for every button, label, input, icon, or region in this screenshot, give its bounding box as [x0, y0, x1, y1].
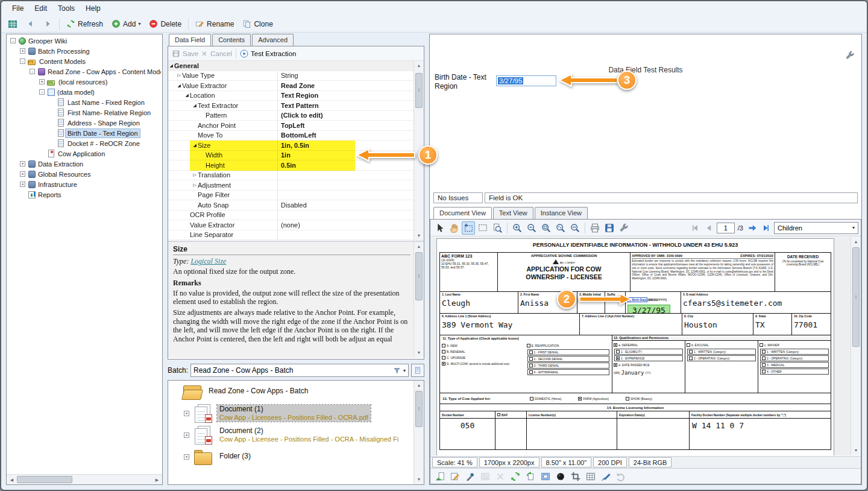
property-value[interactable]: Text Region [277, 91, 414, 101]
property-row-general[interactable]: ◢ General [168, 61, 414, 71]
property-value[interactable]: Read Zone [277, 81, 414, 90]
tree-expander[interactable]: - [39, 89, 45, 95]
property-row-auto-snap[interactable]: Auto Snap Disabled [168, 200, 414, 211]
export-image-icon[interactable] [603, 221, 616, 235]
property-value[interactable]: TopLeft [277, 121, 414, 130]
marquee-zoom-icon[interactable] [476, 221, 489, 235]
property-value[interactable]: (Click to edit) [277, 111, 414, 121]
next-page-button[interactable] [746, 222, 758, 234]
children-dropdown[interactable]: Children ▾ [774, 222, 858, 234]
tree-expander[interactable]: - [10, 38, 16, 43]
eyedropper-icon[interactable] [464, 470, 477, 483]
rotate-page-icon[interactable] [524, 470, 537, 483]
undo-icon[interactable] [614, 470, 627, 483]
node-view-icon[interactable] [5, 18, 20, 30]
property-value[interactable]: (none) [277, 220, 414, 230]
image-preview-icon[interactable] [479, 470, 492, 483]
batch-document-2[interactable]: + Document (2) Cow App - Licensee - Posi… [168, 424, 424, 446]
previous-page-button[interactable] [703, 222, 715, 234]
scroll-up-icon[interactable]: ▲ [414, 381, 424, 390]
tab-instance-view[interactable]: Instance View [535, 207, 588, 219]
viewer-tool[interactable] [507, 223, 508, 233]
scrollbar-thumb[interactable] [415, 391, 423, 427]
vertical-scrollbar[interactable]: ▲ ▼ [851, 237, 861, 455]
property-row-text-extractor[interactable]: ◢ Text Extractor Text Pattern [168, 101, 414, 111]
zoom-width-icon[interactable] [568, 221, 582, 235]
zone-select-tool-icon[interactable] [462, 221, 475, 235]
reprocess-image-icon[interactable] [509, 470, 522, 483]
property-value[interactable]: Text Pattern [277, 101, 414, 110]
scroll-down-icon[interactable]: ▼ [414, 231, 424, 241]
batch-selector[interactable]: Read Zone - Cow Apps - Batch ▾ [190, 364, 409, 377]
select-tool-icon[interactable] [433, 221, 446, 235]
back-button[interactable] [23, 18, 38, 30]
forward-button[interactable] [40, 18, 55, 30]
refresh-button[interactable]: Refresh [63, 18, 106, 30]
tree-item-docket[interactable]: Docket # - ReOCR Zone [8, 138, 161, 148]
tree-item-reports[interactable]: Reports [8, 189, 161, 200]
tab-data-field[interactable]: Data Field [169, 34, 211, 46]
tab-document-view[interactable]: Document View [433, 207, 492, 219]
crop-icon[interactable] [569, 470, 582, 483]
tree-item-cow-application[interactable]: Cow Application [8, 148, 161, 159]
rename-button[interactable]: Rename [192, 18, 237, 30]
property-row-location[interactable]: ◢ Location Text Region [168, 91, 414, 101]
results-settings-icon[interactable] [844, 50, 855, 63]
property-value[interactable]: Disabled [277, 200, 414, 210]
property-value[interactable]: BottomLeft [277, 131, 414, 141]
scroll-up-icon[interactable]: ▲ [414, 61, 424, 71]
tree-expander[interactable]: - [30, 69, 35, 74]
save-button[interactable]: Save [172, 49, 198, 58]
page-preview-zoom-icon[interactable] [491, 221, 504, 235]
pan-tool-icon[interactable] [447, 221, 461, 235]
line-removal-icon[interactable] [584, 470, 597, 483]
tree-item-data-model[interactable]: - (data model) [8, 87, 161, 97]
despeckle-icon[interactable] [554, 470, 567, 483]
tree-item-read-zone-content-model[interactable]: - Read Zone - Cow Apps - Content Model [8, 66, 161, 77]
tree-expander[interactable]: + [20, 161, 25, 166]
zoom-fit-icon[interactable] [554, 221, 567, 235]
scrollbar-thumb[interactable] [415, 73, 423, 108]
expander-icon[interactable]: ◢ [168, 83, 182, 88]
birth-date-result-input[interactable]: 3/27/95 [496, 75, 556, 86]
tree-expander[interactable]: + [184, 432, 189, 438]
property-row-page-filter[interactable]: Page Filter [168, 191, 414, 201]
menu-item[interactable]: Tools [53, 2, 80, 14]
scroll-up-icon[interactable]: ▲ [851, 237, 861, 247]
vertical-scrollbar[interactable]: ▲ ▼ [414, 242, 424, 358]
zoom-in-icon[interactable] [511, 221, 524, 235]
expander-icon[interactable]: ▷ [168, 73, 182, 78]
property-value[interactable] [277, 230, 414, 240]
scroll-left-icon[interactable]: ◀ [7, 475, 17, 485]
tree-item-global-resources[interactable]: + Global Resources [8, 169, 161, 179]
delete-button[interactable]: Delete [146, 18, 184, 30]
tree-expander[interactable]: + [20, 171, 25, 177]
tree-item-last-name[interactable]: Last Name - Fixed Region [8, 97, 161, 107]
scroll-down-icon[interactable]: ▼ [414, 475, 424, 484]
tree-expander[interactable]: + [20, 48, 25, 54]
viewer-settings-icon[interactable] [617, 221, 631, 235]
property-row-anchor-point[interactable]: Anchor Point TopLeft [168, 121, 414, 131]
expander-icon[interactable]: ▷ [168, 183, 198, 188]
batch-root-item[interactable]: Read Zone - Cow Apps - Batch [168, 381, 424, 402]
last-page-button[interactable] [760, 222, 772, 234]
print-icon[interactable] [588, 221, 602, 235]
scroll-down-icon[interactable]: ▼ [851, 446, 861, 455]
zoom-region-icon[interactable] [539, 221, 553, 235]
tree-item-batch-processing[interactable]: + Batch Processing [8, 46, 161, 56]
tree-expander[interactable]: + [20, 182, 25, 187]
tab-text-view[interactable]: Text View [493, 207, 533, 219]
expander-icon[interactable]: ▷ [168, 173, 198, 177]
scrollbar-thumb[interactable] [17, 476, 72, 483]
property-row-value-extractor[interactable]: ◢ Value Extractor Read Zone [168, 81, 414, 91]
property-value[interactable] [277, 180, 414, 190]
expander-icon[interactable]: ◢ [168, 63, 174, 68]
filter-icon[interactable] [393, 367, 401, 375]
extract-image-icon[interactable] [433, 470, 447, 483]
viewer-tool[interactable] [585, 223, 585, 233]
menu-item[interactable]: File [7, 2, 28, 14]
property-row-pattern[interactable]: Pattern (Click to edit) [168, 111, 414, 121]
mask-region-icon[interactable] [539, 470, 552, 483]
tree-item-address[interactable]: Address - Shape Region [8, 118, 161, 128]
tree-item-data-extraction[interactable]: + Data Extraction [8, 159, 161, 169]
